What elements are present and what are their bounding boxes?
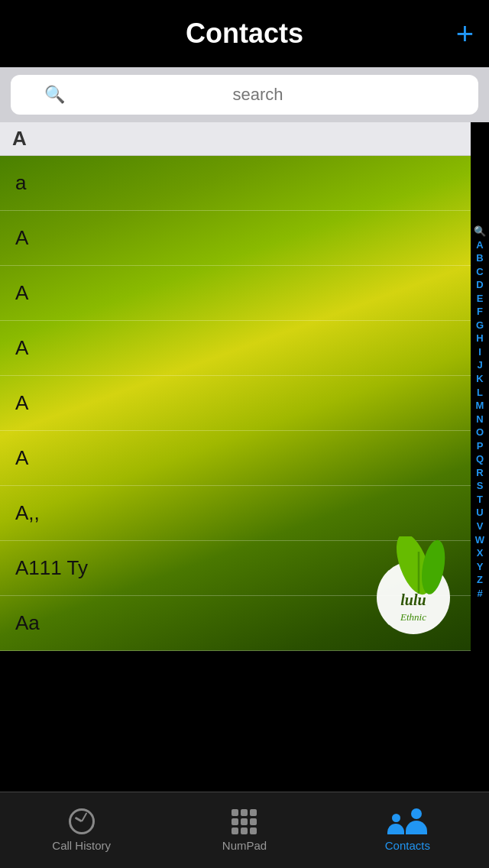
contacts-rows: aAAAAAA,,A111 TyAa bbox=[0, 156, 471, 651]
contact-row[interactable]: A111 Ty bbox=[0, 541, 471, 596]
numpad-dot bbox=[232, 818, 238, 825]
tab-contacts-label: Contacts bbox=[385, 839, 430, 852]
numpad-icon bbox=[232, 809, 257, 834]
alpha-index-item[interactable]: C bbox=[476, 265, 483, 279]
person-icon-primary bbox=[406, 808, 427, 834]
contact-name: A bbox=[15, 446, 28, 470]
contact-row[interactable]: A bbox=[0, 321, 471, 376]
numpad-dot bbox=[241, 828, 248, 834]
alpha-index-item[interactable]: 🔍 bbox=[474, 225, 486, 238]
alpha-index-item[interactable]: H bbox=[476, 332, 483, 345]
tab-call-history-label: Call History bbox=[52, 839, 111, 852]
clock-icon bbox=[69, 808, 95, 834]
alpha-index-item[interactable]: V bbox=[477, 520, 484, 533]
contact-row[interactable]: A bbox=[0, 211, 471, 266]
alpha-index-item[interactable]: Y bbox=[477, 560, 484, 574]
alpha-index-item[interactable]: F bbox=[477, 305, 483, 319]
alpha-index-item[interactable]: I bbox=[478, 345, 481, 359]
numpad-dot bbox=[232, 828, 238, 834]
search-bar: 🔍 bbox=[11, 75, 478, 115]
search-icon: 🔍 bbox=[44, 85, 65, 105]
contact-row[interactable]: A bbox=[0, 431, 471, 486]
numpad-dot bbox=[241, 809, 248, 816]
tab-call-history[interactable]: Call History bbox=[0, 792, 163, 868]
contact-row[interactable]: Aa bbox=[0, 596, 471, 651]
contact-row[interactable]: A bbox=[0, 376, 471, 431]
numpad-dot bbox=[250, 828, 257, 834]
numpad-dot bbox=[250, 809, 257, 816]
section-header-a: A bbox=[0, 122, 471, 156]
alpha-index-item[interactable]: T bbox=[477, 493, 483, 507]
alpha-index-item[interactable]: S bbox=[477, 479, 484, 493]
section-label: A bbox=[12, 127, 27, 150]
contacts-list: aAAAAAA,,A111 TyAa lulu Ethnic bbox=[0, 156, 471, 651]
alpha-index-item[interactable]: M bbox=[476, 399, 484, 413]
alpha-index-item[interactable]: X bbox=[477, 546, 484, 560]
clock-min-hand bbox=[81, 812, 87, 821]
numpad-dot bbox=[232, 809, 238, 816]
alpha-index-item[interactable]: Z bbox=[477, 573, 483, 587]
alpha-index-item[interactable]: G bbox=[476, 319, 484, 332]
alpha-index-item[interactable]: Q bbox=[476, 452, 484, 466]
contact-name: A bbox=[15, 336, 28, 360]
tab-numpad-label: NumPad bbox=[222, 839, 267, 852]
contact-row[interactable]: A,, bbox=[0, 486, 471, 541]
tab-numpad[interactable]: NumPad bbox=[163, 792, 325, 868]
contacts-icon bbox=[387, 808, 427, 834]
contact-name: Aa bbox=[15, 611, 40, 635]
page-title: Contacts bbox=[186, 18, 303, 50]
numpad-dot bbox=[250, 818, 257, 825]
alpha-index-item[interactable]: # bbox=[477, 587, 482, 601]
alpha-index-item[interactable]: K bbox=[476, 372, 483, 386]
add-contact-button[interactable]: + bbox=[456, 18, 474, 49]
tab-contacts[interactable]: Contacts bbox=[326, 792, 489, 868]
contact-row[interactable]: a bbox=[0, 156, 471, 211]
alpha-index-item[interactable]: U bbox=[476, 506, 483, 520]
alpha-index-item[interactable]: P bbox=[477, 439, 484, 453]
alpha-index-item[interactable]: E bbox=[477, 292, 484, 306]
contact-name: A bbox=[15, 281, 28, 305]
search-container: 🔍 bbox=[0, 67, 489, 122]
alpha-index-item[interactable]: J bbox=[477, 358, 482, 372]
alpha-index-item[interactable]: A bbox=[476, 238, 483, 252]
contact-name: A111 Ty bbox=[15, 556, 88, 580]
alpha-index-item[interactable]: R bbox=[476, 466, 483, 480]
contact-row[interactable]: A bbox=[0, 266, 471, 321]
search-input[interactable] bbox=[71, 85, 445, 105]
header: Contacts + bbox=[0, 0, 489, 67]
alphabet-index: 🔍ABCDEFGHIJKLMNOPQRSTUVWXYZ# bbox=[471, 223, 489, 868]
alpha-index-item[interactable]: L bbox=[477, 386, 483, 400]
tab-bar: Call History NumPad Conta bbox=[0, 792, 489, 868]
alpha-index-item[interactable]: D bbox=[476, 278, 483, 292]
numpad-dot bbox=[241, 818, 248, 825]
contact-name: A,, bbox=[15, 501, 40, 525]
contact-name: a bbox=[15, 171, 26, 195]
alpha-index-item[interactable]: W bbox=[475, 533, 484, 547]
alpha-index-item[interactable]: N bbox=[476, 413, 483, 426]
person-icon-secondary bbox=[387, 814, 404, 834]
contact-name: A bbox=[15, 391, 28, 415]
contact-name: A bbox=[15, 226, 28, 250]
alpha-index-item[interactable]: B bbox=[476, 251, 483, 265]
alpha-index-item[interactable]: O bbox=[476, 426, 484, 439]
